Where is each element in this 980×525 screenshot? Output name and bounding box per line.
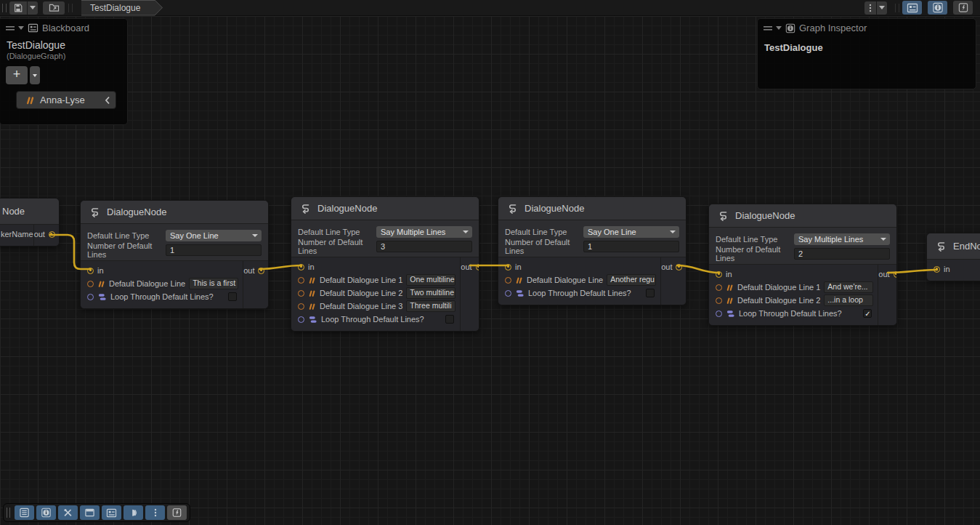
load-graph-button[interactable]: [43, 1, 65, 15]
loop-checkbox[interactable]: [228, 292, 237, 301]
dialogue-node[interactable]: DialogueNode Default Line Type Say Multi…: [291, 196, 479, 332]
in-port[interactable]: [934, 266, 940, 273]
end-node[interactable]: EndNode in: [926, 233, 980, 281]
string-port[interactable]: [298, 277, 304, 284]
toolbar-drag-handle[interactable]: [7, 508, 10, 518]
out-port[interactable]: [476, 264, 479, 270]
out-port[interactable]: [676, 264, 682, 270]
dialogue-line-input[interactable]: ...in a loop: [824, 294, 873, 306]
options-dropdown-button[interactable]: [877, 1, 887, 15]
line-type-dropdown[interactable]: Say One Line: [166, 230, 262, 241]
toggle-document-button[interactable]: [15, 505, 34, 520]
dialogue-line-input[interactable]: Another regu: [607, 274, 656, 286]
bool-port[interactable]: [505, 290, 511, 297]
partial-speaker-node[interactable]: Node kerName out: [0, 198, 60, 247]
add-property-button[interactable]: +: [6, 66, 28, 84]
save-dropdown-button[interactable]: [28, 1, 38, 15]
collapse-arrow-icon[interactable]: [776, 26, 782, 30]
output-field-row: kerName: [0, 228, 33, 241]
toggle-info-button[interactable]: [36, 505, 56, 520]
dialogue-line-row: Default Dialogue Line This is a first: [81, 277, 243, 290]
dialogue-line-input[interactable]: Two multiline: [406, 287, 455, 299]
blackboard-header[interactable]: Blackboard: [0, 19, 127, 36]
dialogue-node[interactable]: DialogueNode Default Line Type Say Multi…: [708, 204, 897, 326]
chevron-left-icon[interactable]: [105, 96, 110, 105]
toggle-spark-panel-button[interactable]: [953, 1, 973, 15]
toggle-blackboard-button[interactable]: [102, 505, 121, 520]
loop-checkbox[interactable]: [445, 315, 454, 324]
quote-icon: [726, 284, 734, 292]
string-port[interactable]: [716, 297, 722, 304]
collapse-arrow-icon[interactable]: [18, 26, 24, 30]
bool-port[interactable]: [716, 310, 722, 317]
dialogue-node[interactable]: DialogueNode Default Line Type Say One L…: [498, 196, 687, 305]
node-title-bar[interactable]: DialogueNode: [498, 197, 686, 220]
line-type-dropdown[interactable]: Say Multiple Lines: [794, 233, 890, 245]
dialogue-line-input[interactable]: And we're...: [824, 281, 873, 293]
string-port[interactable]: [716, 284, 722, 291]
node-title-bar[interactable]: DialogueNode: [709, 204, 896, 228]
toggle-spark-panel-button[interactable]: [167, 505, 187, 520]
in-port[interactable]: [298, 264, 304, 270]
dialogue-line-input[interactable]: Three multili: [406, 300, 455, 312]
dialogue-line-label: Default Dialogue Line: [527, 276, 603, 284]
graph-tab[interactable]: TestDialogue: [81, 0, 163, 16]
dialogue-line-input[interactable]: One multiline: [406, 274, 455, 286]
bottom-toolbar: [3, 503, 190, 522]
more-options-button[interactable]: [145, 505, 165, 520]
dialogue-line-label: Default Dialogue Line 2: [737, 296, 820, 305]
options-menu-button[interactable]: [864, 1, 876, 15]
toggle-preview-button[interactable]: [123, 505, 143, 520]
string-port[interactable]: [298, 290, 304, 297]
blackboard-field-anna-lyse[interactable]: Anna-Lyse: [16, 91, 116, 109]
in-port[interactable]: [505, 264, 511, 270]
node-title-bar[interactable]: EndNode: [927, 233, 980, 260]
loop-checkbox[interactable]: ✓: [863, 309, 872, 318]
node-title-bar[interactable]: DialogueNode: [291, 197, 479, 220]
node-title-bar[interactable]: Node: [0, 199, 59, 225]
toggle-inspector-button[interactable]: [928, 1, 947, 15]
dialogue-node[interactable]: DialogueNode Default Line Type Say One L…: [80, 200, 269, 309]
dialogue-line-row: Default Dialogue Line Another regu: [498, 273, 660, 286]
loop-checkbox[interactable]: [646, 289, 655, 297]
bool-port[interactable]: [87, 294, 94, 300]
quote-icon: [726, 297, 734, 305]
node-title: DialogueNode: [317, 203, 377, 214]
add-property-dropdown-button[interactable]: [30, 66, 40, 84]
field-name: Anna-Lyse: [40, 95, 100, 105]
dialogue-line-label: Default Dialogue Line 1: [320, 276, 402, 284]
num-lines-input[interactable]: [166, 244, 262, 256]
line-type-dropdown[interactable]: Say Multiple Lines: [376, 226, 472, 238]
chevron-down-icon: [880, 238, 886, 241]
toggle-blackboard-button[interactable]: [902, 1, 922, 15]
output-port-row: out: [878, 268, 897, 281]
in-port[interactable]: [716, 271, 722, 278]
field-label: kerName: [1, 230, 33, 239]
line-type-dropdown[interactable]: Say One Line: [583, 226, 679, 238]
toggle-window-button[interactable]: [80, 505, 100, 520]
out-port[interactable]: [258, 268, 264, 274]
chevron-down-icon: [463, 231, 469, 233]
toolbar-separator: [895, 4, 899, 12]
loop-row: Loop Through Default Lines?: [498, 286, 660, 300]
hamburger-icon: [6, 25, 15, 31]
string-port[interactable]: [505, 277, 511, 284]
dialogue-line-input[interactable]: This is a first: [189, 278, 238, 289]
in-port[interactable]: [87, 268, 94, 274]
num-lines-input[interactable]: [583, 241, 679, 252]
node-title-bar[interactable]: DialogueNode: [81, 201, 268, 224]
toolbar-drag-handle[interactable]: [2, 4, 7, 12]
save-icon: [13, 3, 23, 13]
port-label: in: [97, 266, 104, 275]
bool-port[interactable]: [298, 316, 304, 323]
num-lines-input[interactable]: [376, 241, 472, 252]
string-port[interactable]: [87, 281, 94, 287]
graph-inspector-header[interactable]: Graph Inspector: [758, 19, 976, 36]
loop-row: Loop Through Default Lines?: [291, 313, 460, 326]
save-button[interactable]: [9, 1, 27, 15]
string-port[interactable]: [298, 303, 304, 310]
toggle-tools-button[interactable]: [58, 505, 78, 520]
out-port[interactable]: [894, 271, 897, 278]
out-port[interactable]: [49, 231, 55, 238]
num-lines-input[interactable]: [794, 248, 890, 260]
